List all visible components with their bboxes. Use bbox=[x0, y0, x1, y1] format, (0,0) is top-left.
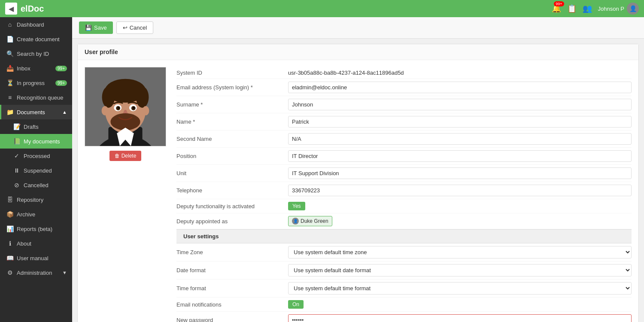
time-format-select[interactable]: Use system default time format 12h 24h bbox=[288, 282, 632, 295]
name-input[interactable] bbox=[288, 116, 632, 128]
sidebar-item-create-document[interactable]: 📄 Create document bbox=[0, 32, 72, 46]
sidebar-item-archive[interactable]: 📦 Archive bbox=[0, 207, 72, 222]
timezone-row: Time Zone Use system default time zone U… bbox=[176, 243, 632, 261]
sidebar-item-dashboard[interactable]: ⌂ Dashboard bbox=[0, 17, 72, 32]
sidebar-label-processed: Processed bbox=[24, 153, 50, 159]
telephone-input[interactable] bbox=[288, 185, 632, 196]
sidebar-label-dashboard: Dashboard bbox=[17, 21, 44, 28]
svg-point-16 bbox=[133, 107, 135, 109]
app-logo: ◀ elDoc bbox=[5, 3, 44, 15]
sidebar-label-cancelled: Cancelled bbox=[24, 182, 49, 188]
user-settings-header: User settings bbox=[176, 229, 632, 243]
toolbar: 💾 Save ↩ Cancel bbox=[72, 17, 644, 39]
sidebar-item-cancelled[interactable]: ⊘ Cancelled bbox=[0, 178, 72, 192]
sidebar-item-search-by-id[interactable]: 🔍 Search by ID bbox=[0, 46, 72, 61]
fields-area: System ID usr-3b05a88c-ba8b-4237-a124-8a… bbox=[176, 67, 632, 322]
save-icon: 💾 bbox=[85, 24, 92, 31]
deputy-toggle[interactable]: Yes bbox=[288, 202, 305, 210]
documents-icon[interactable]: 📋 bbox=[567, 4, 577, 13]
my-documents-icon: 📗 bbox=[13, 138, 20, 145]
sidebar-item-inbox[interactable]: 📥 Inbox 99+ bbox=[0, 61, 72, 76]
sidebar-label-suspended: Suspended bbox=[24, 167, 52, 174]
sidebar-item-user-manual[interactable]: 📖 User manual bbox=[0, 251, 72, 265]
sidebar-label-repository: Repository bbox=[17, 197, 43, 203]
email-notifications-label: Email notifications bbox=[176, 301, 288, 308]
second-name-field-wrapper bbox=[288, 133, 632, 145]
sidebar-item-about[interactable]: ℹ About bbox=[0, 236, 72, 251]
svg-point-15 bbox=[118, 107, 119, 109]
sidebar-label-administration: Administration bbox=[17, 270, 52, 276]
timezone-select[interactable]: Use system default time zone UTC UTC+1 bbox=[288, 246, 632, 258]
deputy-appointed-value: 👤 Duke Green bbox=[288, 216, 632, 226]
date-format-select[interactable]: Use system default date format DD/MM/YYY… bbox=[288, 264, 632, 276]
photo-area: 🗑 Delete bbox=[85, 67, 166, 322]
delete-photo-button[interactable]: 🗑 Delete bbox=[109, 151, 142, 161]
system-id-row: System ID usr-3b05a88c-ba8b-4237-a124-8a… bbox=[176, 67, 632, 79]
user-avatar[interactable]: 👤 bbox=[627, 3, 639, 15]
sidebar-item-recognition-queue[interactable]: ≡ Recognition queue bbox=[0, 90, 72, 105]
new-password-input[interactable] bbox=[288, 314, 632, 322]
sidebar-item-administration[interactable]: ⚙ Administration ▼ bbox=[0, 265, 72, 280]
sidebar-label-in-progress: In progress bbox=[17, 80, 45, 86]
cancelled-icon: ⊘ bbox=[13, 182, 20, 188]
notifications-icon[interactable]: 🔔 99+ bbox=[552, 4, 561, 13]
sidebar-label-archive: Archive bbox=[17, 211, 35, 218]
sidebar-item-my-documents[interactable]: 📗 My documents bbox=[0, 134, 72, 149]
telephone-field-wrapper bbox=[288, 185, 632, 196]
email-field-wrapper bbox=[288, 82, 632, 93]
email-input[interactable] bbox=[288, 82, 632, 93]
position-row: Position bbox=[176, 148, 632, 165]
system-id-label: System ID bbox=[176, 70, 288, 76]
users-icon[interactable]: 👥 bbox=[583, 4, 592, 13]
unit-row: Unit bbox=[176, 165, 632, 182]
second-name-input[interactable] bbox=[288, 133, 632, 145]
second-name-row: Second Name bbox=[176, 131, 632, 148]
deputy-avatar-icon: 👤 bbox=[292, 218, 299, 225]
cancel-button[interactable]: ↩ Cancel bbox=[116, 21, 153, 34]
sidebar-item-suspended[interactable]: ⏸ Suspended bbox=[0, 163, 72, 178]
user-profile-header: User profile bbox=[78, 44, 638, 60]
time-format-field-wrapper: Use system default time format 12h 24h bbox=[288, 282, 632, 295]
save-button[interactable]: 💾 Save bbox=[79, 21, 113, 34]
suspended-icon: ⏸ bbox=[13, 167, 20, 174]
deputy-activated-row: Deputy functionality is activated Yes bbox=[176, 199, 632, 213]
back-button[interactable]: ◀ bbox=[5, 3, 17, 15]
svg-point-8 bbox=[108, 80, 142, 96]
date-format-field-wrapper: Use system default date format DD/MM/YYY… bbox=[288, 264, 632, 276]
email-label: Email address (System login) * bbox=[176, 84, 288, 91]
unit-input[interactable] bbox=[288, 167, 632, 179]
name-row: Name * bbox=[176, 113, 632, 131]
time-format-row: Time format Use system default time form… bbox=[176, 279, 632, 298]
topbar-right: 🔔 99+ 📋 👥 Johnson P 👤 bbox=[552, 3, 639, 15]
sidebar-item-reports[interactable]: 📊 Reports (beta) bbox=[0, 222, 72, 236]
user-profile-section: User profile bbox=[77, 44, 639, 322]
name-field-wrapper bbox=[288, 116, 632, 128]
email-notifications-value: On bbox=[288, 300, 632, 309]
notification-badge: 99+ bbox=[554, 1, 564, 6]
sidebar-item-processed[interactable]: ✓ Processed bbox=[0, 149, 72, 163]
administration-chevron-icon: ▼ bbox=[62, 270, 67, 275]
deputy-tag[interactable]: 👤 Duke Green bbox=[288, 216, 332, 226]
sidebar-item-repository[interactable]: 🗄 Repository bbox=[0, 192, 72, 207]
sidebar-item-documents[interactable]: 📁 Documents ▲ bbox=[0, 105, 72, 119]
dashboard-icon: ⌂ bbox=[6, 21, 13, 28]
processed-icon: ✓ bbox=[13, 152, 20, 159]
unit-label: Unit bbox=[176, 170, 288, 176]
second-name-label: Second Name bbox=[176, 136, 288, 142]
archive-icon: 📦 bbox=[6, 211, 13, 218]
sidebar-label-about: About bbox=[17, 240, 31, 247]
user-manual-icon: 📖 bbox=[6, 255, 13, 261]
cancel-icon: ↩ bbox=[123, 24, 128, 31]
sidebar-item-drafts[interactable]: 📝 Drafts bbox=[0, 119, 72, 134]
svg-point-10 bbox=[143, 106, 149, 115]
position-input[interactable] bbox=[288, 150, 632, 162]
surname-input[interactable] bbox=[288, 99, 632, 110]
surname-row: Surname * bbox=[176, 96, 632, 113]
timezone-label: Time Zone bbox=[176, 249, 288, 255]
email-notifications-toggle[interactable]: On bbox=[288, 300, 304, 309]
sidebar-label-documents: Documents bbox=[17, 109, 45, 115]
reports-icon: 📊 bbox=[6, 225, 13, 232]
sidebar-item-in-progress[interactable]: ⏳ In progress 99+ bbox=[0, 76, 72, 90]
email-row: Email address (System login) * bbox=[176, 79, 632, 96]
new-password-label: New password bbox=[176, 317, 288, 322]
